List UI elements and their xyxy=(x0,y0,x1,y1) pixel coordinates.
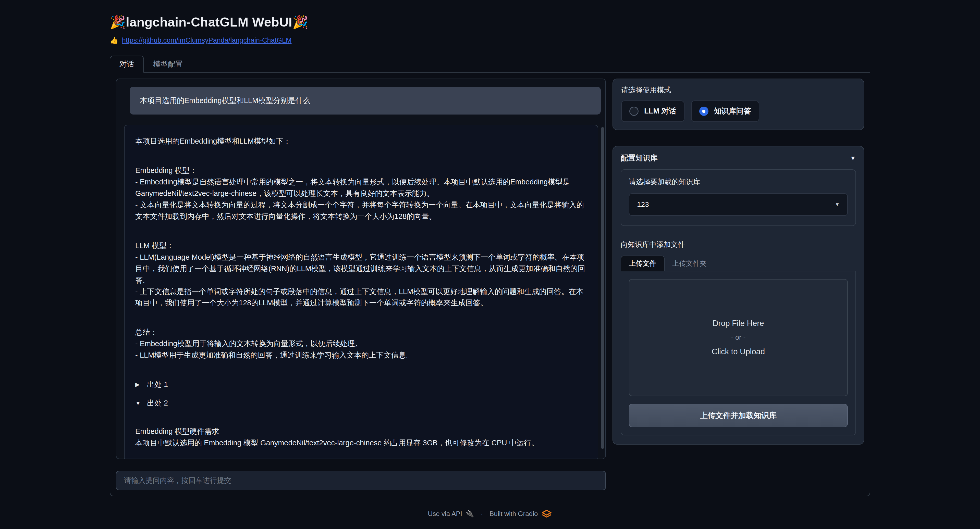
question-input[interactable]: 请输入提问内容，按回车进行提交 xyxy=(116,471,606,490)
chat-tab-panel: 本项目选用的Embedding模型和LLM模型分别是什么 本项目选用的Embed… xyxy=(110,73,870,496)
kb-select-label: 请选择要加载的知识库 xyxy=(629,177,848,187)
source-details-toggle[interactable]: ▶出处 1 xyxy=(135,379,587,390)
source-text-line: 本项目中默认选用的 Embedding 模型 GanymedeNil/text2… xyxy=(135,437,587,449)
radio-selected-icon[interactable] xyxy=(699,106,708,116)
footer-separator: · xyxy=(478,510,485,518)
chatbot-area: 本项目选用的Embedding模型和LLM模型分别是什么 本项目选用的Embed… xyxy=(116,79,606,459)
github-repo-link[interactable]: https://github.com/imClumsyPanda/langcha… xyxy=(122,37,292,44)
bot-paragraph: LLM 模型：- LLM(Language Model)模型是一种基于神经网络的… xyxy=(135,240,587,309)
bot-text-line: - Embedding模型用于将输入的文本转换为向量形式，以便后续处理。 xyxy=(135,338,587,349)
bot-text-line: LLM 模型： xyxy=(135,240,587,251)
bot-text-line: 本项目选用的Embedding模型和LLM模型如下： xyxy=(135,135,587,147)
kb-accordion-title: 配置知识库 xyxy=(620,153,658,163)
upload-tab-上传文件[interactable]: 上传文件 xyxy=(620,256,665,272)
chatbot-scrollbar[interactable] xyxy=(601,127,604,449)
tab-对话[interactable]: 对话 xyxy=(110,56,144,73)
file-drop-zone[interactable]: Drop File Here - or - Click to Upload xyxy=(629,279,848,396)
kb-select-dropdown[interactable]: 123 ▼ xyxy=(629,193,848,216)
bot-paragraph: 总结：- Embedding模型用于将输入的文本转换为向量形式，以便后续处理。-… xyxy=(135,326,587,361)
gradio-logo-icon xyxy=(541,510,552,518)
repo-link-row: 👍 https://github.com/imClumsyPanda/langc… xyxy=(110,36,870,44)
radio-unselected-icon[interactable] xyxy=(629,106,638,116)
bot-text-line: - LLM模型用于生成更加准确和自然的回答，通过训练来学习输入文本的上下文信息。 xyxy=(135,349,587,361)
bot-paragraph: 本项目选用的Embedding模型和LLM模型如下： xyxy=(135,135,587,147)
thumbs-up-icon: 👍 xyxy=(110,36,118,44)
drop-file-here-text: Drop File Here xyxy=(713,319,764,328)
triangle-right-icon: ▶ xyxy=(135,380,142,389)
mode-select-block: 请选择使用模式 LLM 对话知识库问答 xyxy=(612,79,864,130)
upload-and-load-kb-button[interactable]: 上传文件并加载知识库 xyxy=(629,404,848,427)
party-popper-icon: 🎉 xyxy=(110,15,126,29)
mode-option-知识库问答[interactable]: 知识库问答 xyxy=(691,100,759,122)
chat-column: 本项目选用的Embedding模型和LLM模型分别是什么 本项目选用的Embed… xyxy=(116,79,606,490)
main-tabbar: 对话模型配置 xyxy=(110,56,870,73)
chevron-down-icon: ▼ xyxy=(835,202,840,207)
built-with-gradio-link[interactable]: Built with Gradio xyxy=(490,510,552,518)
bot-text-line: - 上下文信息是指一个单词或字符所处的句子或段落中的信息，通过上下文信息，LLM… xyxy=(135,286,587,309)
upload-tabbar: 上传文件上传文件夹 xyxy=(620,256,856,272)
upload-tab-上传文件夹[interactable]: 上传文件夹 xyxy=(665,256,714,271)
settings-column: 请选择使用模式 LLM 对话知识库问答 配置知识库 ▼ 请选择要加载的知识库 1… xyxy=(612,79,864,490)
bot-text-line: - Embedding模型是自然语言处理中常用的模型之一，将文本转换为向量形式，… xyxy=(135,176,587,199)
source-details-toggle[interactable]: ▼出处 2 xyxy=(135,397,587,409)
bot-text-line: - LLM(Language Model)模型是一种基于神经网络的自然语言生成模… xyxy=(135,251,587,286)
party-popper-icon: 🎉 xyxy=(292,15,308,29)
kb-select-box: 请选择要加载的知识库 123 ▼ xyxy=(620,169,856,226)
mode-option-LLM 对话[interactable]: LLM 对话 xyxy=(621,100,684,122)
bot-text-line: Embedding 模型： xyxy=(135,165,587,176)
footer: Use via API 🔌 · Built with Gradio xyxy=(0,510,980,518)
bot-text-line: 总结： xyxy=(135,326,587,338)
accordion-collapse-icon[interactable]: ▼ xyxy=(850,154,856,162)
bot-paragraph: Embedding 模型：- Embedding模型是自然语言处理中常用的模型之… xyxy=(135,165,587,222)
bot-message: 本项目选用的Embedding模型和LLM模型如下：Embedding 模型：-… xyxy=(124,125,598,459)
source-label: 出处 1 xyxy=(147,379,168,390)
kb-select-value: 123 xyxy=(637,200,649,209)
triangle-down-icon: ▼ xyxy=(135,399,142,408)
use-via-api-link[interactable]: Use via API 🔌 xyxy=(428,510,474,518)
source-label: 出处 2 xyxy=(147,397,168,409)
upload-tab-panel: Drop File Here - or - Click to Upload 上传… xyxy=(620,272,856,435)
source-text-line: Embedding 模型硬件需求 xyxy=(135,426,587,437)
tab-模型配置[interactable]: 模型配置 xyxy=(144,56,192,72)
page-title: 🎉langchain-ChatGLM WebUI🎉 xyxy=(110,15,870,30)
kb-add-file-label: 向知识库中添加文件 xyxy=(620,240,856,249)
kb-accordion-header[interactable]: 配置知识库 ▼ xyxy=(620,153,856,163)
app-window: 🎉langchain-ChatGLM WebUI🎉 👍 https://gith… xyxy=(0,0,980,529)
user-message: 本项目选用的Embedding模型和LLM模型分别是什么 xyxy=(130,87,601,114)
bot-text-line: - 文本向量化是将文本转换为向量的过程，将文本分割成一个个字符，并将每个字符转换… xyxy=(135,199,587,222)
click-to-upload-text: Click to Upload xyxy=(712,347,765,356)
mode-option-label: LLM 对话 xyxy=(644,106,676,116)
knowledge-base-block: 配置知识库 ▼ 请选择要加载的知识库 123 ▼ 向知识库中添加文件 上传文件上… xyxy=(612,146,864,445)
mode-radio-group: LLM 对话知识库问答 xyxy=(621,100,856,122)
mode-option-label: 知识库问答 xyxy=(714,106,751,116)
source-details-content: Embedding 模型硬件需求本项目中默认选用的 Embedding 模型 G… xyxy=(135,426,587,449)
drop-or-text: - or - xyxy=(731,334,746,342)
mode-select-label: 请选择使用模式 xyxy=(621,85,856,95)
plug-icon: 🔌 xyxy=(466,510,474,518)
